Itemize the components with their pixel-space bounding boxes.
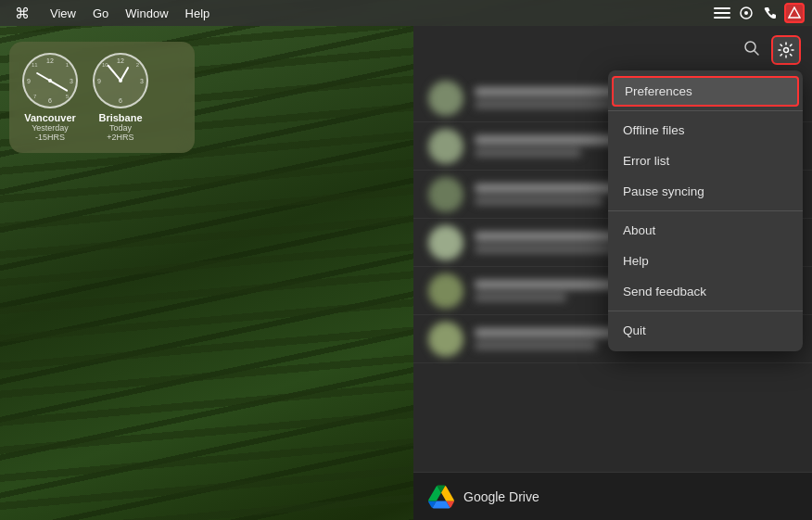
google-drive-icon	[428, 484, 454, 510]
menubar: ⌘ View Go Window Help	[0, 0, 812, 26]
airdrop-menubar-icon[interactable]	[736, 3, 756, 23]
svg-rect-1	[714, 12, 730, 14]
menu-section-1: Preferences	[608, 74, 803, 108]
file-avatar-3	[428, 177, 463, 212]
menu-go[interactable]: Go	[85, 5, 116, 22]
apple-menu[interactable]: ⌘	[7, 3, 37, 24]
zoom-menubar-icon[interactable]	[712, 3, 732, 23]
clock-face-brisbane: 12 6 3 9 2 10	[93, 53, 148, 108]
drive-footer-label: Google Drive	[463, 489, 539, 504]
menubar-right	[712, 3, 805, 23]
svg-rect-0	[714, 7, 730, 9]
drive-panel: n r	[413, 26, 812, 520]
menu-about[interactable]: About	[608, 215, 803, 246]
file-avatar-1	[428, 81, 463, 116]
brisbane-label: Brisbane	[98, 112, 142, 123]
file-avatar-5	[428, 273, 463, 309]
menu-view[interactable]: View	[43, 5, 83, 22]
gear-settings-button[interactable]	[771, 35, 801, 65]
svg-marker-5	[789, 7, 800, 18]
menu-section-4: Quit	[608, 311, 803, 348]
svg-line-7	[755, 51, 759, 56]
file-avatar-4	[428, 225, 463, 260]
dropdown-menu: Preferences Offline files Error list Pau…	[608, 70, 803, 351]
svg-rect-2	[714, 17, 730, 19]
phone-menubar-icon[interactable]	[760, 3, 780, 23]
search-icon[interactable]	[740, 36, 764, 64]
menu-section-2: Offline files Error list Pause syncing	[608, 110, 803, 209]
clock-brisbane: 12 6 3 9 2 10 Brisbane Today +2HRS	[93, 53, 148, 142]
menu-quit[interactable]: Quit	[608, 315, 803, 346]
menu-help[interactable]: Help	[178, 5, 218, 22]
drive-header	[413, 26, 812, 74]
menu-help[interactable]: Help	[608, 246, 803, 276]
menubar-left: ⌘ View Go Window Help	[7, 3, 217, 24]
clock-widget: 12 6 3 9 1 11 5 7 Vancouver Yesterday -1…	[9, 42, 195, 153]
brisbane-offset: +2HRS	[107, 133, 133, 142]
menu-section-3: About Help Send feedback	[608, 210, 803, 309]
clock-face-vancouver: 12 6 3 9 1 11 5 7	[22, 53, 78, 108]
file-avatar-6	[428, 322, 463, 357]
file-avatar-2	[428, 129, 463, 164]
menu-offline-files[interactable]: Offline files	[608, 115, 803, 146]
svg-point-8	[784, 48, 789, 53]
menu-preferences[interactable]: Preferences	[612, 76, 799, 107]
menu-send-feedback[interactable]: Send feedback	[608, 276, 803, 307]
clock-vancouver: 12 6 3 9 1 11 5 7 Vancouver Yesterday -1…	[22, 53, 78, 142]
vancouver-sublabel: Yesterday	[32, 123, 69, 133]
brisbane-sublabel: Today	[109, 123, 132, 133]
drive-menubar-icon[interactable]	[784, 3, 805, 23]
vancouver-label: Vancouver	[24, 112, 76, 123]
vancouver-offset: -15HRS	[35, 133, 65, 142]
menu-window[interactable]: Window	[118, 5, 175, 22]
menu-error-list[interactable]: Error list	[608, 146, 803, 176]
menu-pause-syncing[interactable]: Pause syncing	[608, 176, 803, 207]
svg-point-4	[744, 11, 748, 15]
clock-row: 12 6 3 9 1 11 5 7 Vancouver Yesterday -1…	[22, 53, 182, 142]
drive-footer: Google Drive	[413, 472, 812, 520]
